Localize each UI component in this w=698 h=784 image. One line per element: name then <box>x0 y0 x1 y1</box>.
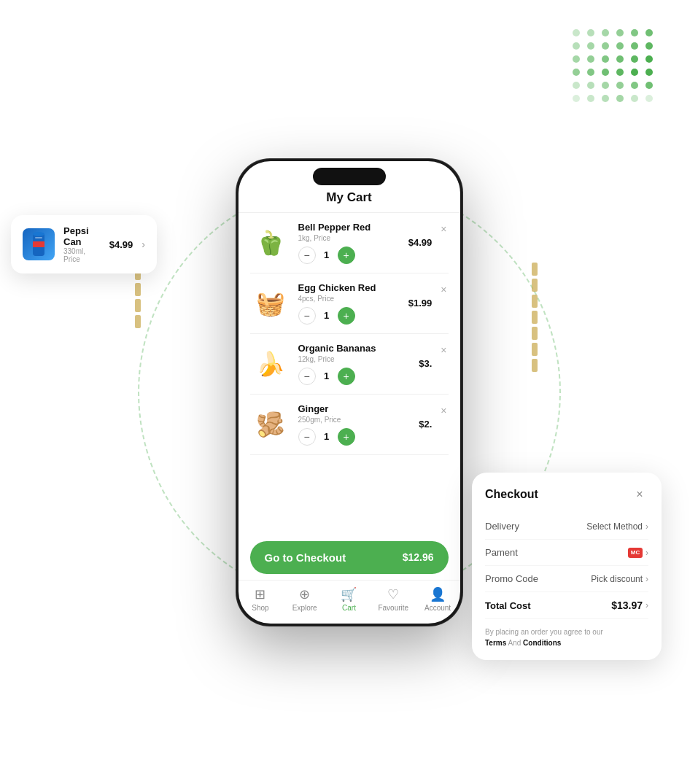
cart-item-bell-pepper: 🫑 Bell Pepper Red 1kg, Price − 1 + $4.99… <box>250 213 449 273</box>
total-value: $13.97 › <box>611 599 648 611</box>
qty-value-bell-pepper: 1 <box>322 249 332 260</box>
modal-row-payment[interactable]: Pament MC › <box>485 540 648 566</box>
explore-icon: ⊕ <box>299 586 310 602</box>
cart-items-list: 🫑 Bell Pepper Red 1kg, Price − 1 + $4.99… <box>239 213 460 535</box>
remove-egg-chicken[interactable]: × <box>439 282 448 297</box>
checkout-button-label: Go to Checkout <box>265 551 346 564</box>
pepsi-name: Pepsi Can <box>63 225 101 247</box>
cart-title: My Cart <box>326 190 371 204</box>
delivery-arrow-icon: › <box>645 521 648 532</box>
nav-cart[interactable]: 🛒 Cart <box>327 586 371 612</box>
go-to-checkout-button[interactable]: Go to Checkout $12.96 <box>250 541 449 574</box>
modal-header: Checkout × <box>485 486 648 503</box>
total-label: Total Cost <box>485 600 531 611</box>
pepsi-can-icon <box>23 228 55 260</box>
delivery-label: Delivery <box>485 521 519 532</box>
modal-close-button[interactable]: × <box>631 486 648 503</box>
item-info-bell-pepper: Bell Pepper Red 1kg, Price − 1 + <box>298 222 401 264</box>
modal-row-promo[interactable]: Promo Code Pick discount › <box>485 566 648 592</box>
pepsi-desc: 330ml, Price <box>63 247 101 263</box>
promo-discount: Pick discount <box>591 574 643 584</box>
phone-frame: My Cart 🫑 Bell Pepper Red 1kg, Price − 1… <box>236 159 462 626</box>
promo-value: Pick discount › <box>591 574 648 584</box>
checkout-modal: Checkout × Delivery Select Method › Pame… <box>472 473 662 660</box>
modal-terms: By placing an order you agree to our Ter… <box>485 626 648 648</box>
item-desc-bell-pepper: 1kg, Price <box>298 234 401 242</box>
item-image-egg-chicken: 🧺 <box>250 283 291 324</box>
qty-value-bananas: 1 <box>322 370 332 381</box>
modal-row-delivery[interactable]: Delivery Select Method › <box>485 513 648 540</box>
increase-bell-pepper[interactable]: + <box>338 247 355 264</box>
nav-label-explore: Explore <box>292 604 317 612</box>
decrease-bell-pepper[interactable]: − <box>298 247 316 264</box>
item-name-bell-pepper: Bell Pepper Red <box>298 222 401 233</box>
nav-shop[interactable]: ⊞ Shop <box>239 586 283 612</box>
nav-favourite[interactable]: ♡ Favourite <box>371 586 416 612</box>
pepsi-price: $4.99 <box>109 239 133 250</box>
delivery-method: Select Method <box>586 521 643 532</box>
item-image-bell-pepper: 🫑 <box>250 222 291 263</box>
remove-ginger[interactable]: × <box>439 403 448 418</box>
increase-bananas[interactable]: + <box>338 368 355 385</box>
promo-arrow-icon: › <box>645 574 648 584</box>
decorative-gold-dashes-right <box>532 263 538 372</box>
payment-label: Pament <box>485 547 518 558</box>
total-arrow-icon: › <box>645 600 648 610</box>
decrease-bananas[interactable]: − <box>298 368 316 385</box>
item-quantity-bananas: − 1 + <box>298 368 412 385</box>
item-info-egg-chicken: Egg Chicken Red 4pcs, Price − 1 + <box>298 282 401 325</box>
nav-label-account: Account <box>424 604 451 612</box>
nav-label-favourite: Favourite <box>378 604 408 612</box>
decorative-dots-top-right: (function(){ const container = document.… <box>573 29 654 102</box>
nav-label-cart: Cart <box>342 604 356 612</box>
item-desc-egg-chicken: 4pcs, Price <box>298 295 401 303</box>
phone-screen: My Cart 🫑 Bell Pepper Red 1kg, Price − 1… <box>239 161 460 624</box>
favourite-icon: ♡ <box>387 586 399 602</box>
terms-bold1: Terms <box>485 639 506 647</box>
bottom-navigation: ⊞ Shop ⊕ Explore 🛒 Cart ♡ Favourite 👤 <box>239 580 460 624</box>
decrease-ginger[interactable]: − <box>298 428 316 446</box>
remove-bananas[interactable]: × <box>439 343 448 357</box>
promo-label: Promo Code <box>485 573 538 584</box>
item-name-bananas: Organic Bananas <box>298 343 412 354</box>
item-info-bananas: Organic Bananas 12kg, Price − 1 + <box>298 343 412 385</box>
modal-row-total[interactable]: Total Cost $13.97 › <box>485 592 648 619</box>
remove-bell-pepper[interactable]: × <box>439 222 448 236</box>
nav-label-shop: Shop <box>252 604 268 612</box>
item-info-ginger: Ginger 250gm, Price − 1 + <box>298 403 412 446</box>
item-quantity-ginger: − 1 + <box>298 428 412 446</box>
qty-value-ginger: 1 <box>322 431 332 442</box>
decrease-egg-chicken[interactable]: − <box>298 307 316 325</box>
item-name-ginger: Ginger <box>298 403 412 414</box>
nav-explore[interactable]: ⊕ Explore <box>282 586 327 612</box>
svg-rect-1 <box>33 241 44 247</box>
item-image-ginger: 🫚 <box>250 404 291 445</box>
cart-item-ginger: 🫚 Ginger 250gm, Price − 1 + $2. × <box>250 395 449 455</box>
pepsi-arrow-icon: › <box>141 238 145 250</box>
item-price-bell-pepper: $4.99 <box>408 237 433 248</box>
item-desc-ginger: 250gm, Price <box>298 416 412 424</box>
svg-rect-3 <box>35 237 42 238</box>
phone-mockup: My Cart 🫑 Bell Pepper Red 1kg, Price − 1… <box>236 159 462 626</box>
item-image-bananas: 🍌 <box>250 344 291 384</box>
payment-card-icon: MC <box>628 548 643 558</box>
total-amount: $13.97 <box>611 599 643 611</box>
item-quantity-bell-pepper: − 1 + <box>298 247 401 264</box>
increase-ginger[interactable]: + <box>338 428 355 446</box>
svg-point-2 <box>33 232 44 236</box>
account-icon: 👤 <box>430 586 446 602</box>
increase-egg-chicken[interactable]: + <box>338 307 355 325</box>
item-quantity-egg-chicken: − 1 + <box>298 307 401 325</box>
payment-arrow-icon: › <box>645 548 648 558</box>
phone-notch <box>313 168 386 185</box>
item-price-egg-chicken: $1.99 <box>408 298 433 308</box>
item-price-bananas: $3. <box>419 358 432 369</box>
item-desc-bananas: 12kg, Price <box>298 355 412 363</box>
pepsi-card[interactable]: Pepsi Can 330ml, Price $4.99 › <box>11 215 157 273</box>
delivery-value: Select Method › <box>586 521 648 532</box>
item-name-egg-chicken: Egg Chicken Red <box>298 282 401 293</box>
cart-icon: 🛒 <box>341 586 357 602</box>
checkout-button-price: $12.96 <box>403 551 434 563</box>
nav-account[interactable]: 👤 Account <box>416 586 460 612</box>
terms-line1: By placing an order you agree to our <box>485 628 603 636</box>
